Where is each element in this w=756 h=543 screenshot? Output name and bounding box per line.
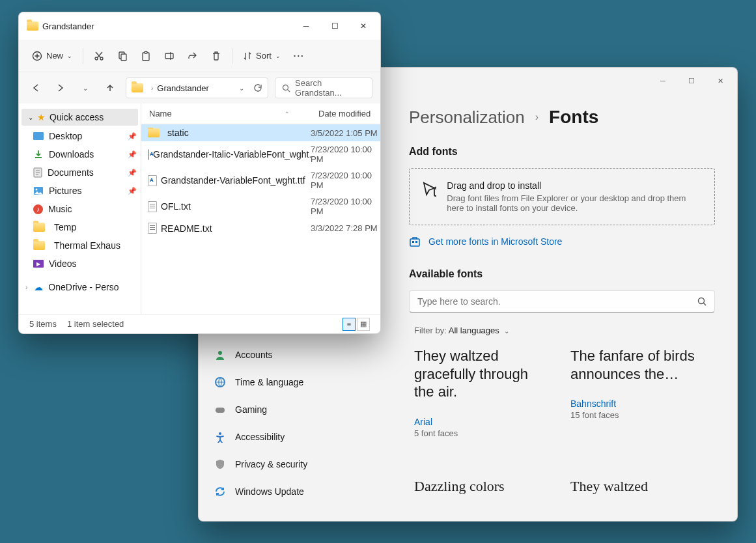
delete-button[interactable] bbox=[206, 45, 227, 67]
col-name[interactable]: Name⌃ bbox=[141, 104, 311, 124]
new-button[interactable]: New ⌄ bbox=[27, 45, 77, 67]
font-sample: Dazzling colors bbox=[414, 477, 551, 495]
file-row[interactable]: OFL.txt 7/23/2020 10:00 PM bbox=[141, 193, 380, 219]
sidebar-thermal[interactable]: Thermal Exhaus bbox=[19, 236, 141, 255]
refresh-button[interactable] bbox=[253, 83, 262, 92]
chevron-down-icon[interactable]: ⌄ bbox=[239, 85, 244, 92]
copy-button[interactable] bbox=[112, 45, 133, 67]
nav-gaming[interactable]: Gaming bbox=[205, 397, 384, 422]
drop-title: Drag and drop to install bbox=[447, 180, 703, 191]
more-button[interactable]: ··· bbox=[288, 45, 310, 67]
nav-accessibility[interactable]: Accessibility bbox=[205, 425, 384, 449]
font-faces: 5 font faces bbox=[414, 428, 551, 438]
gamepad-icon bbox=[214, 404, 226, 415]
font-card-arial[interactable]: They waltzed gracefully through the air.… bbox=[414, 347, 551, 438]
breadcrumb-fonts: Fonts bbox=[549, 107, 598, 128]
sidebar-downloads[interactable]: Downloads📌 bbox=[19, 145, 141, 163]
paste-icon bbox=[141, 51, 151, 61]
svg-rect-6 bbox=[415, 241, 417, 243]
svg-rect-16 bbox=[165, 53, 173, 59]
sidebar-pictures[interactable]: Pictures📌 bbox=[19, 182, 141, 200]
maximize-button[interactable]: ☐ bbox=[677, 70, 706, 92]
sidebar-music[interactable]: ♪Music bbox=[19, 200, 141, 218]
store-link[interactable]: Get more fonts in Microsoft Store bbox=[409, 236, 715, 247]
document-icon bbox=[33, 167, 42, 178]
sort-button[interactable]: Sort ⌄ bbox=[238, 45, 286, 67]
filter-dropdown[interactable]: Filter by: All languages ⌄ bbox=[414, 326, 715, 335]
pin-icon: 📌 bbox=[128, 150, 137, 159]
font-sample: They waltzed bbox=[570, 477, 707, 495]
picture-icon bbox=[33, 186, 44, 195]
scissors-icon bbox=[94, 51, 104, 61]
quick-access[interactable]: ⌄ ★ Quick access bbox=[21, 109, 138, 126]
sidebar-videos[interactable]: ▶Videos bbox=[19, 255, 141, 273]
star-icon: ★ bbox=[37, 112, 46, 122]
trash-icon bbox=[211, 51, 221, 61]
rename-button[interactable] bbox=[159, 45, 180, 67]
nav-accounts[interactable]: Accounts bbox=[205, 342, 384, 367]
update-icon bbox=[214, 486, 226, 497]
plus-circle-icon bbox=[32, 51, 42, 61]
file-row-static[interactable]: static 3/5/2022 1:05 PM bbox=[141, 124, 380, 141]
copy-icon bbox=[117, 51, 128, 61]
sort-indicator-icon: ⌃ bbox=[285, 111, 290, 117]
cut-button[interactable] bbox=[89, 45, 109, 67]
file-list[interactable]: Name⌃ Date modified static 3/5/2022 1:05… bbox=[141, 104, 380, 314]
sidebar-temp[interactable]: Temp bbox=[19, 218, 141, 236]
share-button[interactable] bbox=[182, 45, 203, 67]
file-row[interactable]: Grandstander-VariableFont_wght.ttf 7/23/… bbox=[141, 167, 380, 193]
maximize-button[interactable]: ☐ bbox=[320, 13, 349, 39]
sidebar-onedrive[interactable]: ›☁OneDrive - Perso bbox=[19, 278, 141, 296]
font-file-icon bbox=[148, 149, 149, 160]
pin-icon: 📌 bbox=[128, 187, 137, 195]
address-bar[interactable]: › Grandstander ⌄ bbox=[126, 77, 268, 98]
folder-icon bbox=[27, 21, 38, 31]
sidebar-documents[interactable]: Documents📌 bbox=[19, 163, 141, 182]
minimize-button[interactable]: ─ bbox=[292, 13, 320, 39]
chevron-right-icon: › bbox=[151, 85, 153, 92]
up-button[interactable] bbox=[101, 79, 119, 97]
file-row[interactable]: README.txt 3/3/2022 7:28 PM bbox=[141, 219, 380, 237]
drag-cursor-icon bbox=[421, 180, 436, 202]
font-card[interactable]: They waltzed bbox=[570, 477, 707, 511]
chevron-down-icon: ⌄ bbox=[275, 53, 281, 59]
search-input[interactable]: Search Grandstan... bbox=[275, 77, 372, 98]
navigation-pane[interactable]: ⌄ ★ Quick access Desktop📌 Downloads📌 Doc… bbox=[19, 104, 141, 314]
font-faces: 15 font faces bbox=[570, 410, 707, 420]
paste-button[interactable] bbox=[135, 45, 156, 67]
breadcrumb-personalization[interactable]: Personalization bbox=[409, 107, 525, 128]
close-button[interactable]: ✕ bbox=[349, 13, 378, 39]
svg-point-0 bbox=[218, 351, 222, 355]
minimize-button[interactable]: ─ bbox=[649, 70, 677, 92]
nav-update[interactable]: Windows Update bbox=[205, 479, 384, 504]
font-card[interactable]: Dazzling colors bbox=[414, 477, 551, 511]
explorer-titlebar[interactable]: Grandstander ─ ☐ ✕ bbox=[19, 12, 380, 40]
path-segment[interactable]: Grandstander bbox=[157, 83, 209, 93]
sidebar-desktop[interactable]: Desktop📌 bbox=[19, 127, 141, 145]
available-fonts-heading: Available fonts bbox=[409, 268, 715, 280]
chevron-right-icon: › bbox=[535, 111, 539, 123]
settings-main[interactable]: Personalization › Fonts Add fonts Drag a… bbox=[391, 94, 737, 521]
tiles-view-button[interactable]: ▦ bbox=[357, 318, 370, 331]
svg-line-8 bbox=[704, 303, 707, 306]
rename-icon bbox=[164, 51, 175, 61]
close-button[interactable]: ✕ bbox=[706, 70, 735, 92]
desktop-icon bbox=[33, 132, 44, 140]
nav-time-language[interactable]: Time & language bbox=[205, 370, 384, 395]
explorer-window: Grandstander ─ ☐ ✕ New ⌄ Sort ⌄ ··· ⌄ bbox=[18, 12, 381, 334]
svg-rect-14 bbox=[143, 53, 149, 61]
back-button[interactable] bbox=[27, 79, 45, 97]
forward-button[interactable] bbox=[51, 79, 70, 97]
text-file-icon bbox=[148, 223, 157, 234]
drop-zone[interactable]: Drag and drop to install Drag font files… bbox=[409, 168, 715, 225]
column-headers[interactable]: Name⌃ Date modified bbox=[141, 104, 380, 124]
nav-privacy[interactable]: Privacy & security bbox=[205, 452, 384, 477]
file-row[interactable]: Grandstander-Italic-VariableFont_wght.tt… bbox=[141, 141, 380, 167]
font-card-bahnschrift[interactable]: The fanfare of birds announces the… Bahn… bbox=[570, 347, 707, 438]
recent-button[interactable]: ⌄ bbox=[76, 79, 94, 97]
font-search-input[interactable]: Type here to search. bbox=[409, 290, 715, 313]
shield-icon bbox=[214, 458, 226, 470]
font-file-icon bbox=[148, 175, 157, 186]
details-view-button[interactable]: ≡ bbox=[343, 318, 356, 331]
col-date[interactable]: Date modified bbox=[311, 104, 380, 124]
